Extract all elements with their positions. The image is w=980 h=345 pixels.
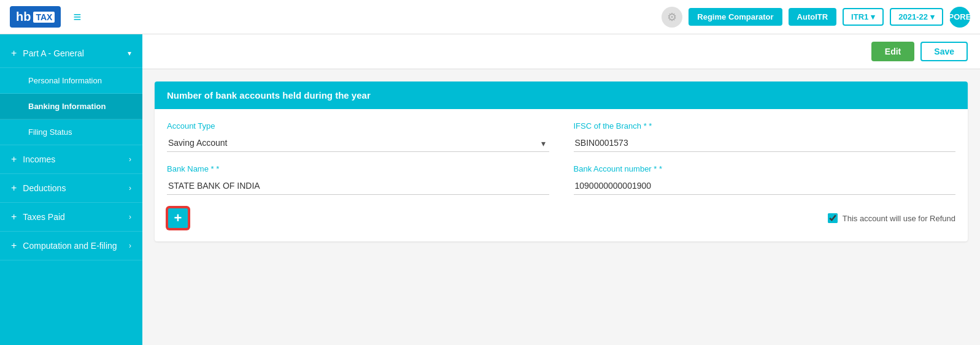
account-type-select[interactable]: Saving Account Current Account Cash Acco… bbox=[167, 134, 549, 152]
logo-tax: TAX bbox=[33, 12, 55, 23]
avatar: PORE bbox=[949, 7, 970, 28]
ifsc-label: IFSC of the Branch * bbox=[574, 121, 956, 131]
sidebar-taxes-chevron-icon bbox=[129, 213, 131, 221]
bank-name-label: Bank Name * bbox=[167, 164, 549, 173]
ifsc-group: IFSC of the Branch * bbox=[574, 121, 956, 152]
sidebar-item-filing-status[interactable]: Filing Status bbox=[0, 119, 142, 145]
refund-check-wrapper: This account will use for Refund bbox=[828, 213, 955, 223]
year-label: 2021-22 bbox=[898, 12, 928, 21]
sidebar-deductions-chevron-icon bbox=[129, 184, 131, 192]
bank-accounts-card: Number of bank accounts held during the … bbox=[155, 82, 968, 241]
layout: + Part A - General Personal Information … bbox=[0, 34, 980, 345]
sidebar-item-incomes[interactable]: + Incomes bbox=[0, 145, 142, 174]
form-row-1: Account Type Saving Account Current Acco… bbox=[167, 121, 955, 152]
sidebar-taxes-plus-icon: + bbox=[11, 211, 17, 222]
sidebar-item-taxes-paid[interactable]: + Taxes Paid bbox=[0, 203, 142, 232]
form-row-2: Bank Name * Bank Account number * bbox=[167, 164, 955, 195]
sidebar-deductions-plus-icon: + bbox=[11, 183, 17, 194]
bank-name-input[interactable] bbox=[167, 177, 549, 195]
itr-label: ITR1 bbox=[851, 12, 868, 21]
logo: hb TAX bbox=[10, 6, 61, 28]
sidebar-part-a-chevron-icon bbox=[128, 49, 131, 58]
topnav-right: ⚙ Regime Comparator AutoITR ITR1 2021-22… bbox=[662, 7, 970, 28]
card-body: Account Type Saving Account Current Acco… bbox=[155, 109, 968, 241]
save-button[interactable]: Save bbox=[920, 42, 968, 61]
bank-name-group: Bank Name * bbox=[167, 164, 549, 195]
sidebar-deductions-label: Deductions bbox=[23, 183, 66, 193]
topnav-left: hb TAX ≡ bbox=[10, 6, 81, 28]
itr-chevron-down-icon bbox=[871, 12, 875, 21]
sidebar-incomes-plus-icon: + bbox=[11, 154, 17, 165]
main-content: Edit Save Number of bank accounts held d… bbox=[142, 34, 980, 345]
regime-comparator-button[interactable]: Regime Comparator bbox=[689, 8, 782, 26]
sidebar-item-inner: + Part A - General bbox=[11, 48, 84, 59]
sidebar-item-banking-info[interactable]: Banking Information bbox=[0, 94, 142, 119]
refund-label: This account will use for Refund bbox=[843, 214, 955, 223]
account-type-select-wrapper: Saving Account Current Account Cash Acco… bbox=[167, 134, 549, 152]
add-row: + This account will use for Refund bbox=[167, 207, 955, 229]
account-number-label: Bank Account number * bbox=[574, 164, 956, 173]
sidebar-incomes-label: Incomes bbox=[23, 154, 55, 164]
account-number-group: Bank Account number * bbox=[574, 164, 956, 195]
account-number-input[interactable] bbox=[574, 177, 956, 195]
sidebar: + Part A - General Personal Information … bbox=[0, 34, 142, 345]
sidebar-part-a-label: Part A - General bbox=[23, 48, 84, 58]
sidebar-item-computation[interactable]: + Computation and E-filing bbox=[0, 232, 142, 260]
add-account-button[interactable]: + bbox=[167, 207, 189, 229]
account-type-group: Account Type Saving Account Current Acco… bbox=[167, 121, 549, 152]
sidebar-plus-icon: + bbox=[11, 48, 17, 59]
autoitr-button[interactable]: AutoITR bbox=[789, 8, 837, 26]
gear-icon: ⚙ bbox=[662, 7, 682, 28]
logo-hb: hb bbox=[16, 10, 31, 24]
year-chevron-down-icon bbox=[930, 12, 935, 21]
card-header: Number of bank accounts held during the … bbox=[155, 82, 968, 109]
account-type-label: Account Type bbox=[167, 121, 549, 131]
action-bar: Edit Save bbox=[142, 34, 980, 69]
year-dropdown-button[interactable]: 2021-22 bbox=[890, 8, 943, 26]
sidebar-incomes-chevron-icon bbox=[129, 155, 131, 164]
sidebar-computation-label: Computation and E-filing bbox=[23, 241, 117, 251]
sidebar-item-personal-info[interactable]: Personal Information bbox=[0, 68, 142, 94]
sidebar-item-deductions[interactable]: + Deductions bbox=[0, 174, 142, 203]
edit-button[interactable]: Edit bbox=[871, 42, 914, 61]
ifsc-input[interactable] bbox=[574, 134, 956, 152]
hamburger-icon[interactable]: ≡ bbox=[73, 9, 81, 25]
sidebar-computation-plus-icon: + bbox=[11, 240, 17, 251]
sidebar-item-part-a[interactable]: + Part A - General bbox=[0, 39, 142, 68]
sidebar-computation-chevron-icon bbox=[129, 241, 131, 250]
itr-dropdown-button[interactable]: ITR1 bbox=[843, 8, 884, 26]
refund-checkbox[interactable] bbox=[828, 213, 838, 223]
topnav: hb TAX ≡ ⚙ Regime Comparator AutoITR ITR… bbox=[0, 0, 980, 34]
sidebar-taxes-label: Taxes Paid bbox=[23, 212, 64, 222]
